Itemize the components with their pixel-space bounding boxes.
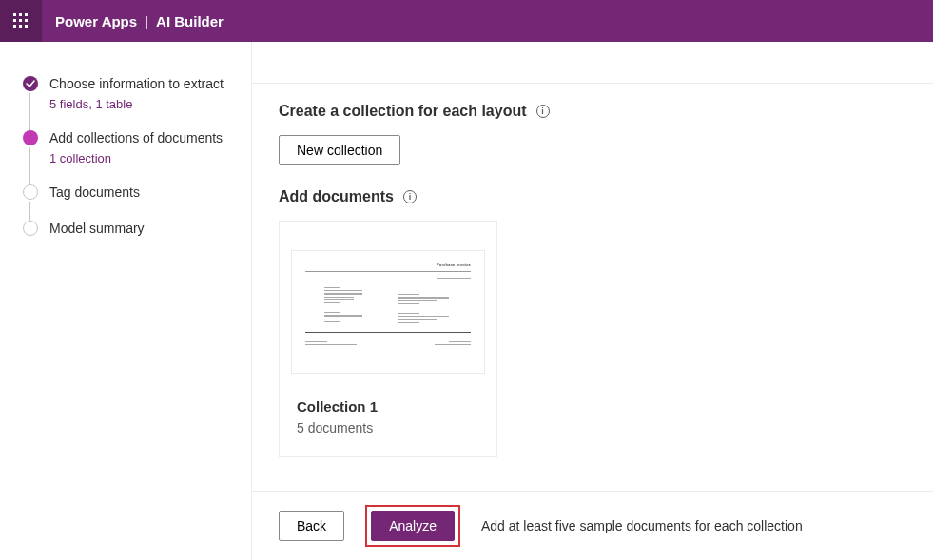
check-icon: [26, 79, 35, 88]
step-choose-information[interactable]: Choose information to extract 5 fields, …: [23, 74, 232, 128]
info-icon[interactable]: i: [536, 105, 550, 118]
wizard-footer: Back Analyze Add at least five sample do…: [252, 491, 933, 560]
svg-rect-1: [19, 13, 22, 16]
svg-rect-2: [25, 13, 28, 16]
step-bullet-pending: [23, 184, 38, 200]
title-separator: |: [145, 13, 148, 29]
info-icon[interactable]: i: [403, 190, 417, 203]
step-meta: 5 fields, 1 table: [49, 97, 224, 111]
step-tag-documents[interactable]: Tag documents: [23, 183, 232, 219]
app-name: Power Apps: [55, 13, 137, 29]
section-name: AI Builder: [156, 13, 224, 29]
thumbnail-title: Purchase Invoice: [305, 262, 471, 267]
step-meta: 1 collection: [49, 151, 223, 165]
app-title: Power Apps | AI Builder: [42, 13, 224, 29]
step-model-summary[interactable]: Model summary: [23, 219, 232, 255]
heading-text: Add documents: [279, 188, 394, 205]
document-thumbnail: Purchase Invoice: [291, 250, 485, 374]
svg-rect-6: [13, 25, 16, 28]
waffle-icon: [13, 13, 29, 29]
create-collection-heading: Create a collection for each layout i: [279, 103, 906, 120]
svg-rect-8: [25, 25, 28, 28]
step-bullet-active: [23, 130, 38, 145]
back-button[interactable]: Back: [279, 511, 344, 541]
svg-rect-5: [25, 19, 28, 22]
app-launcher-button[interactable]: [0, 0, 42, 42]
analyze-highlight: Analyze: [365, 505, 460, 547]
analyze-button[interactable]: Analyze: [371, 511, 455, 541]
step-title: Choose information to extract: [49, 74, 224, 93]
heading-text: Create a collection for each layout: [279, 103, 527, 120]
step-title: Model summary: [49, 219, 145, 238]
svg-rect-3: [13, 19, 16, 22]
app-header: Power Apps | AI Builder: [0, 0, 933, 42]
new-collection-button[interactable]: New collection: [279, 135, 400, 165]
svg-rect-4: [19, 19, 22, 22]
step-title: Add collections of documents: [49, 128, 223, 147]
step-bullet-complete: [23, 76, 38, 91]
step-bullet-pending: [23, 221, 38, 236]
collection-card[interactable]: Purchase Invoice: [279, 221, 497, 457]
footer-hint: Add at least five sample documents for e…: [481, 518, 803, 533]
wizard-steps-sidebar: Choose information to extract 5 fields, …: [0, 42, 252, 560]
collection-name: Collection 1: [297, 398, 479, 415]
collection-doc-count: 5 documents: [297, 420, 479, 435]
step-add-collections[interactable]: Add collections of documents 1 collectio…: [23, 128, 232, 183]
svg-rect-0: [13, 13, 16, 16]
svg-rect-7: [19, 25, 22, 28]
add-documents-heading: Add documents i: [279, 188, 906, 205]
main-content: Create a collection for each layout i Ne…: [252, 84, 933, 491]
step-title: Tag documents: [49, 183, 140, 202]
